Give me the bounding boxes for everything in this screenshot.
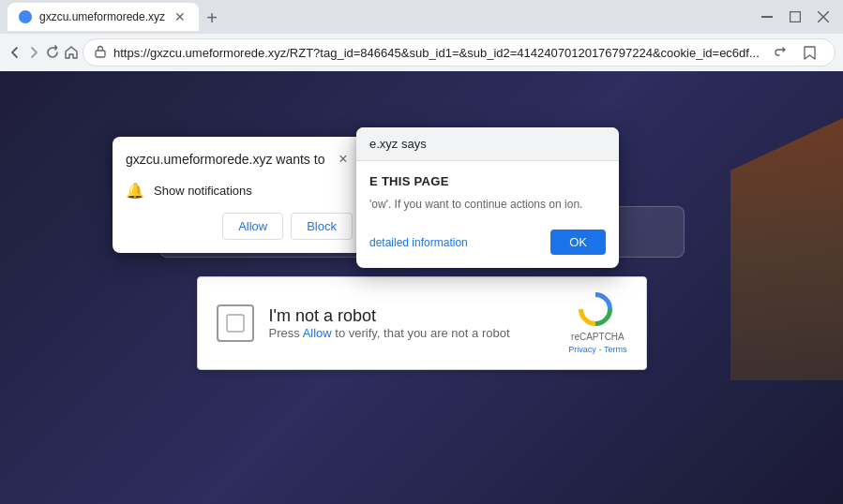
svg-rect-15	[227, 315, 244, 332]
address-bar-row: https://gxzcu.umeformorede.xyz/RZT?tag_i…	[0, 34, 843, 71]
lock-icon	[95, 45, 106, 61]
url-text: https://gxzcu.umeformorede.xyz/RZT?tag_i…	[113, 46, 760, 60]
forward-button[interactable]	[26, 37, 41, 67]
tab-bar: gxzcu.umeformorede.xyz ✕ +	[8, 3, 751, 31]
minimize-button[interactable]	[755, 5, 779, 29]
captcha-subtitle-prefix: Press	[269, 326, 303, 340]
maximize-button[interactable]	[783, 5, 807, 29]
captcha-subtitle-suffix: to verify, that you are not a robot	[332, 326, 510, 340]
close-window-button[interactable]	[811, 5, 835, 29]
notification-dialog-close[interactable]: ×	[334, 150, 353, 169]
site-dialog: e.xyz says E THIS PAGE 'ow'. If you want…	[356, 127, 619, 268]
captcha-title: I'm not a robot	[269, 306, 554, 326]
detailed-information-link[interactable]: detailed information	[369, 236, 468, 249]
refresh-button[interactable]	[45, 37, 60, 67]
tab-title: gxzcu.umeformorede.xyz	[39, 10, 165, 23]
captcha-allow-link: Allow	[303, 326, 332, 340]
toolbar-right	[839, 37, 843, 67]
notification-permission-row: 🔔 Show notifications	[113, 176, 366, 213]
site-dialog-header-title: e.xyz says	[369, 137, 606, 151]
page-content: Press Allow to co... I'm not a robot Pre…	[0, 71, 843, 504]
tab-favicon	[19, 10, 32, 23]
recaptcha-logo	[579, 292, 616, 330]
site-dialog-header: e.xyz says	[356, 127, 619, 161]
site-dialog-footer: detailed information OK	[356, 222, 619, 268]
svg-rect-4	[96, 51, 105, 57]
svg-rect-1	[790, 12, 801, 22]
notification-dialog-header: gxzcu.umeformorede.xyz wants to ×	[113, 137, 366, 176]
svg-rect-0	[761, 16, 773, 18]
extensions-button[interactable]	[839, 37, 843, 67]
recaptcha-privacy-terms: Privacy - Terms	[568, 344, 626, 354]
title-bar: gxzcu.umeformorede.xyz ✕ +	[0, 0, 843, 34]
active-tab[interactable]: gxzcu.umeformorede.xyz ✕	[8, 3, 199, 31]
window-controls	[755, 5, 835, 29]
tab-close-button[interactable]: ✕	[173, 9, 188, 24]
site-dialog-body-text: 'ow'. If you want to continue actions on…	[369, 196, 606, 213]
block-button[interactable]: Block	[291, 213, 353, 240]
site-dialog-body-title: E THIS PAGE	[369, 174, 606, 188]
captcha-logo: reCAPTCHA Privacy - Terms	[568, 292, 626, 354]
terms-link[interactable]: Terms	[604, 345, 627, 354]
recaptcha-arc	[572, 285, 620, 333]
captcha-checkbox-icon[interactable]	[217, 304, 254, 342]
privacy-link[interactable]: Privacy	[568, 345, 596, 354]
back-button[interactable]	[8, 37, 23, 67]
allow-button[interactable]: Allow	[222, 213, 283, 240]
notification-dialog-title: gxzcu.umeformorede.xyz wants to	[126, 152, 324, 167]
captcha-subtitle: Press Allow to verify, that you are not …	[269, 326, 554, 340]
address-bar[interactable]: https://gxzcu.umeformorede.xyz/RZT?tag_i…	[83, 38, 835, 67]
share-button[interactable]	[767, 39, 793, 66]
bell-icon: 🔔	[126, 182, 144, 200]
notification-dialog: gxzcu.umeformorede.xyz wants to × 🔔 Show…	[113, 137, 366, 253]
home-button[interactable]	[64, 37, 79, 67]
captcha-text-block: I'm not a robot Press Allow to verify, t…	[269, 306, 554, 340]
notification-permission-text: Show notifications	[154, 184, 252, 198]
recaptcha-label: reCAPTCHA	[571, 332, 625, 342]
browser-frame: gxzcu.umeformorede.xyz ✕ +	[0, 0, 843, 504]
captcha-box: I'm not a robot Press Allow to verify, t…	[197, 276, 647, 370]
bookmark-button[interactable]	[797, 39, 823, 66]
ok-button[interactable]: OK	[550, 230, 606, 255]
address-actions	[767, 39, 823, 66]
notification-dialog-buttons: Allow Block	[113, 213, 366, 253]
new-tab-button[interactable]: +	[199, 5, 225, 31]
site-dialog-body: E THIS PAGE 'ow'. If you want to continu…	[356, 161, 619, 222]
